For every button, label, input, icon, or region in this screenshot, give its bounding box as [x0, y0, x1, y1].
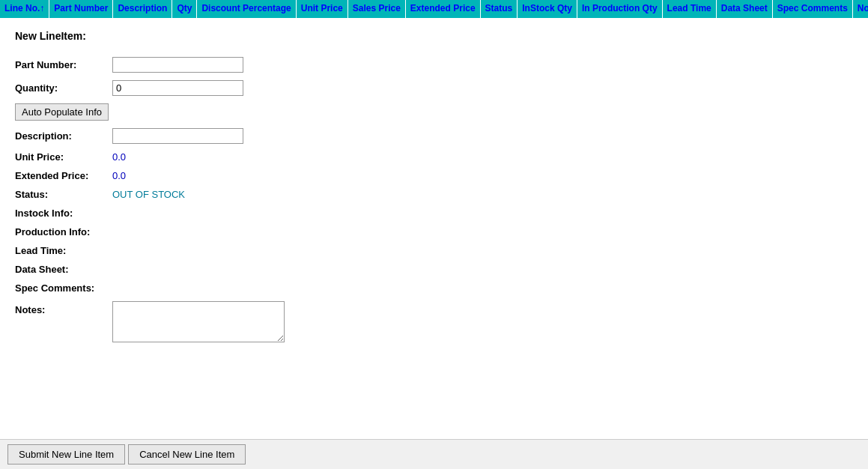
notes-row: Notes: [15, 301, 853, 342]
status-label: Status: [15, 189, 112, 200]
header-col-description[interactable]: Description [113, 0, 172, 18]
header-col-line-no[interactable]: Line No.↑ [0, 0, 49, 18]
header-col-discount-percentage[interactable]: Discount Percentage [197, 0, 296, 18]
notes-input[interactable] [112, 301, 285, 342]
header-col-lead-time[interactable]: Lead Time [662, 0, 716, 18]
auto-populate-row: Auto Populate Info [15, 103, 853, 121]
quantity-input[interactable] [112, 80, 243, 96]
header-col-status[interactable]: Status [480, 0, 518, 18]
status-row: Status: OUT OF STOCK [15, 189, 853, 200]
header-col-part-number[interactable]: Part Number [49, 0, 113, 18]
unit-price-label: Unit Price: [15, 151, 112, 163]
quantity-row: Quantity: [15, 80, 853, 96]
header-col-qty[interactable]: Qty [172, 0, 197, 18]
header-col-notes[interactable]: Notes [852, 0, 868, 18]
spec-comments-row: Spec Comments: [15, 282, 853, 294]
part-number-label: Part Number: [15, 59, 112, 70]
header-col-unit-price[interactable]: Unit Price [296, 0, 347, 18]
header-col-instock-qty[interactable]: InStock Qty [518, 0, 577, 18]
header-col-in-production-qty[interactable]: In Production Qty [577, 0, 662, 18]
description-label: Description: [15, 130, 112, 142]
new-line-item-form: New LineItem: Part Number: Quantity: Aut… [0, 18, 868, 362]
lead-time-label: Lead Time: [15, 245, 112, 256]
header-col-data-sheet[interactable]: Data Sheet [716, 0, 772, 18]
header-col-spec-comments[interactable]: Spec Comments [772, 0, 852, 18]
spec-comments-label: Spec Comments: [15, 282, 112, 294]
data-sheet-row: Data Sheet: [15, 264, 853, 275]
description-row: Description: [15, 128, 853, 144]
description-input[interactable] [112, 128, 243, 144]
quantity-label: Quantity: [15, 82, 112, 94]
column-headers: Line No.↑Part NumberDescriptionQtyDiscou… [0, 0, 868, 18]
part-number-input[interactable] [112, 57, 243, 73]
unit-price-value: 0.0 [112, 151, 126, 163]
unit-price-row: Unit Price: 0.0 [15, 151, 853, 163]
extended-price-value: 0.0 [112, 170, 126, 181]
notes-label: Notes: [15, 301, 112, 315]
auto-populate-button[interactable]: Auto Populate Info [15, 103, 109, 121]
production-label: Production Info: [15, 226, 112, 237]
instock-label: Instock Info: [15, 208, 112, 219]
data-sheet-label: Data Sheet: [15, 264, 112, 275]
header-col-sales-price[interactable]: Sales Price [347, 0, 405, 18]
lead-time-row: Lead Time: [15, 245, 853, 256]
extended-price-row: Extended Price: 0.0 [15, 170, 853, 181]
form-title: New LineItem: [15, 30, 853, 42]
extended-price-label: Extended Price: [15, 170, 112, 181]
part-number-row: Part Number: [15, 57, 853, 73]
production-row: Production Info: [15, 226, 853, 237]
header-col-extended-price[interactable]: Extended Price [405, 0, 480, 18]
status-value: OUT OF STOCK [112, 189, 185, 200]
instock-row: Instock Info: [15, 208, 853, 219]
